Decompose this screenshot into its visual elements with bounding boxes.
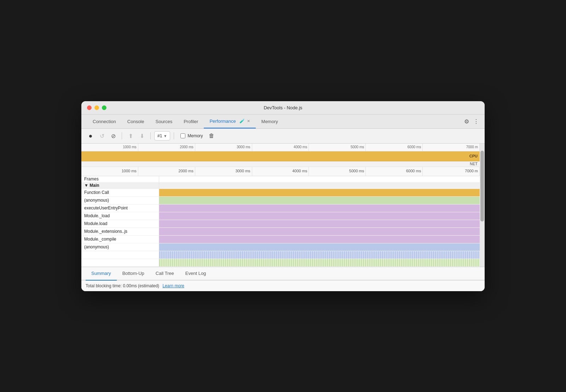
tab-call-tree[interactable]: Call Tree xyxy=(150,267,180,281)
module-extensions-label: Module._extensions..js xyxy=(81,228,159,235)
tab-memory[interactable]: Memory xyxy=(256,114,284,128)
devtools-window: DevTools - Node.js Connection Console So… xyxy=(81,101,485,291)
main-header-row[interactable]: ▼ Main xyxy=(81,183,480,189)
learn-more-link[interactable]: Learn more xyxy=(162,283,184,288)
module-load-label: Module._load xyxy=(81,212,159,220)
download-button[interactable]: ⬇ xyxy=(137,131,147,141)
module-compile-bar xyxy=(159,236,480,243)
main-header-bar xyxy=(159,183,480,189)
anonymous2-row[interactable]: (anonymous) xyxy=(81,243,480,251)
ruler-bottom-2000: 2000 ms xyxy=(138,167,195,176)
traffic-lights xyxy=(87,105,106,110)
frames-label: Frames xyxy=(81,176,159,182)
function-call-bar xyxy=(159,189,480,196)
ruler-top-1000: 1000 ms xyxy=(81,144,138,151)
separator-3 xyxy=(174,132,174,139)
session-select[interactable]: #1 ▼ xyxy=(154,131,170,140)
bottom-tabs: Summary Bottom-Up Call Tree Event Log xyxy=(81,267,485,280)
trash-button[interactable]: 🗑 xyxy=(207,131,216,141)
stripe-bar xyxy=(159,259,480,266)
tab-bottom-up[interactable]: Bottom-Up xyxy=(117,267,150,281)
frames-row: Frames xyxy=(81,176,480,183)
tab-close-button[interactable]: ✕ xyxy=(247,119,250,123)
anonymous1-label: (anonymous) xyxy=(81,197,159,204)
tab-console[interactable]: Console xyxy=(122,114,150,128)
tab-actions: ⚙ ⋮ xyxy=(464,118,479,125)
stripe-label xyxy=(81,259,159,266)
ruler-top-3000: 3000 ms xyxy=(195,144,252,151)
clear-button[interactable]: ⊘ xyxy=(108,131,118,141)
close-button[interactable] xyxy=(87,105,92,110)
anonymous1-row[interactable]: (anonymous) xyxy=(81,197,480,204)
flame-chart: Frames ▼ Main Function Call ( xyxy=(81,176,480,267)
maximize-button[interactable] xyxy=(102,105,106,110)
time-ruler-bottom: 1000 ms 2000 ms 3000 ms 4000 ms 5000 ms … xyxy=(81,167,480,176)
memory-checkbox-label[interactable]: Memory xyxy=(180,133,203,138)
ruler-top-2000: 2000 ms xyxy=(138,144,195,151)
tab-connection[interactable]: Connection xyxy=(87,114,122,128)
toolbar: ● ↺ ⊘ ⬆ ⬇ #1 ▼ Memory 🗑 xyxy=(81,129,485,144)
upload-button[interactable]: ⬆ xyxy=(126,131,135,141)
execute-user-entry-bar xyxy=(159,204,480,212)
net-bar: NET xyxy=(81,161,480,167)
module-extensions-bar xyxy=(159,228,480,235)
anonymous2-label: (anonymous) xyxy=(81,243,159,251)
tab-event-log[interactable]: Event Log xyxy=(180,267,212,281)
ruler-bottom-4000: 4000 ms xyxy=(252,167,309,176)
ruler-bottom-1000: 1000 ms xyxy=(81,167,138,176)
status-bar: Total blocking time: 0.00ms (estimated) … xyxy=(81,280,485,291)
record-button[interactable]: ● xyxy=(86,131,96,141)
ruler-bottom-6000: 6000 ms xyxy=(366,167,423,176)
tab-bar: Connection Console Sources Profiler Perf… xyxy=(81,115,485,129)
module-load2-label: Module.load xyxy=(81,220,159,227)
title-bar: DevTools - Node.js xyxy=(81,101,485,115)
ruler-top-5000: 5000 ms xyxy=(309,144,366,151)
mixed-row xyxy=(81,251,480,259)
mixed-bar xyxy=(159,251,480,259)
anonymous1-bar xyxy=(159,197,480,204)
window-title: DevTools - Node.js xyxy=(264,105,302,110)
ruler-top-4000: 4000 ms xyxy=(252,144,309,151)
function-call-label: Function Call xyxy=(81,189,159,196)
mixed-label xyxy=(81,251,159,259)
time-ruler-top: 1000 ms 2000 ms 3000 ms 4000 ms 5000 ms … xyxy=(81,144,480,151)
tab-sources[interactable]: Sources xyxy=(150,114,178,128)
ruler-top-6000: 6000 ms xyxy=(366,144,423,151)
tab-performance[interactable]: Performance 🧪 ✕ xyxy=(204,114,255,128)
ruler-bottom-7000: 7000 m xyxy=(423,167,480,176)
separator-2 xyxy=(150,132,151,139)
anonymous2-bar xyxy=(159,243,480,251)
tab-profiler[interactable]: Profiler xyxy=(178,114,204,128)
scrollbar-track[interactable] xyxy=(480,144,485,267)
ruler-top-7000: 7000 m xyxy=(423,144,480,151)
cpu-bar: CPU xyxy=(81,151,480,161)
module-compile-label: Module._compile xyxy=(81,236,159,243)
reload-button[interactable]: ↺ xyxy=(97,131,107,141)
flask-icon: 🧪 xyxy=(239,119,245,123)
module-load-bar xyxy=(159,212,480,220)
memory-checkbox-input[interactable] xyxy=(180,133,185,138)
module-load2-bar xyxy=(159,220,480,227)
ruler-bottom-5000: 5000 ms xyxy=(309,167,366,176)
chevron-down-icon: ▼ xyxy=(163,134,167,138)
module-load-row[interactable]: Module._load xyxy=(81,212,480,220)
scrollbar-thumb[interactable] xyxy=(480,151,484,221)
ruler-bottom-3000: 3000 ms xyxy=(195,167,252,176)
stripe-row xyxy=(81,259,480,267)
main-content: 1000 ms 2000 ms 3000 ms 4000 ms 5000 ms … xyxy=(81,144,480,267)
separator-1 xyxy=(122,132,122,139)
more-options-icon[interactable]: ⋮ xyxy=(473,118,479,125)
module-extensions-row[interactable]: Module._extensions..js xyxy=(81,228,480,236)
module-compile-row[interactable]: Module._compile xyxy=(81,236,480,243)
tab-summary[interactable]: Summary xyxy=(86,267,117,281)
minimize-button[interactable] xyxy=(94,105,99,110)
execute-user-entry-row[interactable]: executeUserEntryPoint xyxy=(81,204,480,212)
frames-bar xyxy=(159,176,480,182)
settings-icon[interactable]: ⚙ xyxy=(464,118,469,125)
main-header-label: ▼ Main xyxy=(81,183,159,189)
execute-user-entry-label: executeUserEntryPoint xyxy=(81,204,159,212)
timeline-scroll-area: 1000 ms 2000 ms 3000 ms 4000 ms 5000 ms … xyxy=(81,144,485,267)
module-load2-row[interactable]: Module.load xyxy=(81,220,480,228)
function-call-row[interactable]: Function Call xyxy=(81,189,480,197)
